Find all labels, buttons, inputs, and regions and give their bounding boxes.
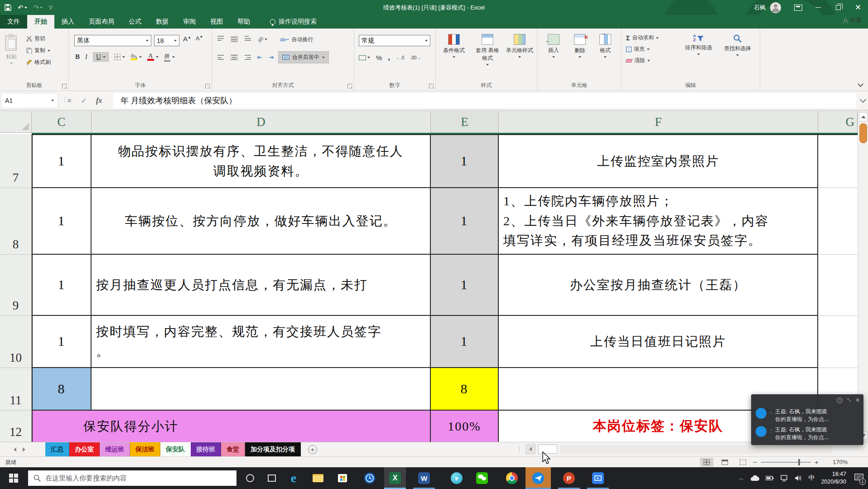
row-header-11[interactable]: 11: [0, 368, 32, 411]
sheet-tab-shitang[interactable]: 食堂: [221, 442, 245, 456]
font-dialog-launcher[interactable]: [205, 84, 210, 89]
cell-D9[interactable]: 按月抽查巡更人员打点信息，有无漏点，未打: [92, 255, 431, 316]
restore-button[interactable]: [828, 0, 848, 15]
clear-button[interactable]: 清除: [626, 57, 659, 64]
cell-G9[interactable]: [818, 255, 858, 316]
share-button[interactable]: 共享: [843, 16, 862, 24]
splitter-handle[interactable]: ⋮: [516, 446, 523, 453]
battery-icon[interactable]: [766, 475, 774, 481]
cell-G8[interactable]: [818, 188, 858, 255]
tab-home[interactable]: 开始: [27, 15, 54, 29]
sheet-tab-huizong[interactable]: 汇总: [45, 442, 69, 456]
word-taskbar-icon[interactable]: W: [413, 467, 435, 489]
zoom-out-button[interactable]: −: [753, 458, 757, 466]
horizontal-scroll-track[interactable]: [560, 445, 832, 454]
alignment-dialog-launcher[interactable]: [347, 84, 352, 89]
sheet-tab-weiyunban[interactable]: 维运班: [100, 442, 130, 456]
cancel-icon[interactable]: ×: [67, 96, 72, 106]
zoom-slider-thumb[interactable]: [798, 459, 800, 465]
cell-F9[interactable]: 办公室按月抽查统计（王磊）: [499, 255, 818, 316]
select-all-corner[interactable]: [0, 111, 32, 133]
start-button[interactable]: [3, 467, 24, 489]
browser-app-icon[interactable]: e: [446, 467, 468, 489]
cell-C11[interactable]: 8: [32, 368, 92, 411]
align-right-icon[interactable]: [245, 55, 251, 60]
row-header-8[interactable]: 8: [0, 188, 32, 255]
normal-view-button[interactable]: [700, 458, 714, 467]
video-app-icon[interactable]: [587, 467, 609, 489]
file-explorer-icon[interactable]: [307, 467, 329, 489]
decrease-indent-icon[interactable]: ⇤: [257, 54, 262, 61]
user-avatar[interactable]: [770, 2, 781, 13]
autosum-button[interactable]: Σ自动求和: [626, 34, 659, 42]
tell-me-search[interactable]: 操作说明搜索: [270, 15, 317, 29]
format-as-table-button[interactable]: 套用 表格格式: [472, 34, 503, 66]
name-box[interactable]: A1: [1, 93, 58, 108]
expand-formula-bar-icon[interactable]: [860, 97, 866, 103]
fill-button[interactable]: ↓ 填充: [626, 45, 659, 53]
sheet-nav-left-icon[interactable]: [14, 447, 16, 452]
cell-F10[interactable]: 上传当日值班日记照片: [499, 316, 818, 368]
sheet-tab-bangongshi[interactable]: 办公室: [69, 442, 100, 456]
excel-taskbar-icon[interactable]: X: [384, 467, 406, 489]
format-painter-button[interactable]: 格式刷: [26, 58, 51, 66]
cell-D7[interactable]: 物品按标识摆放有序、卫生整洁，不得随意任人 调取视频资料。: [92, 134, 431, 188]
taskbar-clock[interactable]: 16:472020/6/30: [821, 470, 846, 486]
chat-notification-popup[interactable]: ? ⤡ ✕ : 王磊: 石枫，我来围观 你的直播啦，为你点... : 王磊: 石…: [751, 394, 863, 445]
insert-function-icon[interactable]: fx: [96, 97, 102, 105]
sheet-nav-right-icon[interactable]: [23, 447, 25, 452]
save-icon[interactable]: [5, 4, 11, 11]
row-header-10[interactable]: 10: [0, 316, 32, 368]
formula-input[interactable]: 年 月绩效考核明细表（保安队）: [113, 93, 856, 108]
ime-indicator[interactable]: 中: [808, 474, 815, 482]
sheet-tab-jiedaiban[interactable]: 接待班: [191, 442, 221, 456]
cell-E10[interactable]: 1: [431, 316, 499, 368]
vertical-scroll-thumb[interactable]: [859, 123, 867, 143]
cell-E12[interactable]: 100%: [431, 411, 499, 442]
tray-expand-icon[interactable]: ︿: [738, 474, 744, 482]
sort-filter-button[interactable]: AZ 排序和筛选: [680, 34, 718, 55]
redo-button[interactable]: ↷: [34, 4, 43, 12]
decrease-decimal-button[interactable]: .00→: [410, 55, 421, 60]
increase-decimal-button[interactable]: ←.0: [396, 55, 404, 60]
align-middle-icon[interactable]: [230, 36, 238, 43]
cell-E9[interactable]: 1: [431, 255, 499, 316]
align-center-icon[interactable]: [230, 54, 238, 61]
action-center-icon[interactable]: 1: [854, 474, 863, 483]
clipboard-dialog-launcher[interactable]: [62, 84, 67, 89]
network-icon[interactable]: [780, 475, 788, 481]
format-cells-button[interactable]: ↔ 格式: [594, 34, 616, 58]
task-view-button[interactable]: [261, 467, 283, 489]
taskbar-search[interactable]: 在这里输入你要搜索的内容: [28, 470, 236, 486]
speaker-icon[interactable]: [795, 475, 802, 481]
cell-C10[interactable]: 1: [32, 316, 92, 368]
zoom-in-button[interactable]: +: [815, 458, 819, 466]
clock-app-icon[interactable]: [359, 467, 381, 489]
underline-button[interactable]: U: [93, 52, 109, 62]
popup-help-icon[interactable]: ?: [837, 397, 843, 403]
bold-button[interactable]: B: [75, 53, 80, 61]
zoom-level[interactable]: 170%: [833, 459, 848, 465]
delete-cells-button[interactable]: × 删除: [569, 34, 591, 58]
phonetic-guide-button[interactable]: 拼: [164, 53, 175, 62]
row-header-7[interactable]: 7: [0, 134, 32, 188]
qat-customize-button[interactable]: ▽: [49, 5, 53, 10]
edge-icon[interactable]: e: [283, 467, 304, 489]
tab-insert[interactable]: 插入: [54, 15, 82, 29]
tab-page-layout[interactable]: 页面布局: [82, 15, 121, 29]
accounting-format-button[interactable]: [359, 55, 370, 60]
column-header-F[interactable]: F: [499, 111, 818, 133]
tab-review[interactable]: 审阅: [176, 15, 203, 29]
row-header-9[interactable]: 9: [0, 255, 32, 316]
font-name-select[interactable]: 黑体: [74, 35, 151, 46]
conditional-formatting-button[interactable]: 条件格式: [439, 34, 468, 58]
cell-E11[interactable]: 8: [431, 368, 499, 411]
user-name[interactable]: 石枫: [754, 4, 766, 12]
cut-button[interactable]: 剪切: [26, 35, 51, 43]
copy-button[interactable]: 复制: [26, 47, 51, 54]
cell-C9[interactable]: 1: [32, 255, 92, 316]
cell-D8[interactable]: 车辆按位、按方向停放，做好车辆出入登记。: [92, 188, 431, 255]
italic-button[interactable]: I: [85, 53, 87, 61]
worksheet-grid[interactable]: C D E F G 7 8 9 10 11 12 1 物品按标识摆放有序、卫生整…: [0, 111, 858, 442]
find-select-button[interactable]: 查找和选择: [719, 34, 757, 56]
